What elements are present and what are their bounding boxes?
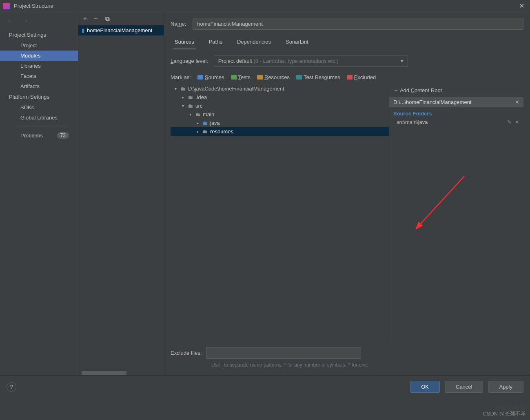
nav-artifacts[interactable]: Artifacts (0, 81, 78, 91)
folder-icon: ▮ (82, 27, 84, 33)
module-tabs: Sources Paths Dependencies SonarLint (171, 36, 523, 49)
section-project-settings: Project Settings (0, 29, 78, 40)
folder-icon: 🖿 (180, 86, 186, 92)
mark-excluded[interactable]: Excluded (347, 74, 376, 80)
tab-paths[interactable]: Paths (207, 36, 224, 49)
mark-sources[interactable]: Sources (197, 74, 224, 80)
language-level-value: Project default (218, 58, 252, 64)
sources-swatch-icon (197, 75, 203, 80)
divider (16, 126, 69, 126)
exclude-files-input[interactable] (206, 347, 361, 359)
remove-root-icon[interactable]: ✕ (515, 99, 519, 105)
exclude-hint: Use ; to separate name patterns, * for a… (171, 359, 523, 371)
source-folder-item[interactable]: src\main\java ✎✕ (389, 118, 523, 126)
tab-dependencies[interactable]: Dependencies (235, 36, 273, 49)
folder-icon: 🖿 (188, 94, 193, 100)
source-folders-header: Source Folders (389, 107, 523, 118)
mark-test-resources[interactable]: Test Resources (296, 74, 340, 80)
problems-count-badge: 73 (57, 132, 69, 139)
nav-problems[interactable]: Problems 73 (0, 130, 78, 141)
scrollbar-thumb[interactable] (82, 371, 126, 375)
scrollbar-horizontal[interactable] (78, 371, 164, 375)
nav-libraries[interactable]: Libraries (0, 61, 78, 71)
copy-module-icon[interactable]: ⧉ (105, 15, 110, 22)
folder-icon: 🖿 (188, 103, 193, 109)
left-sidebar: ← → Project Settings Project Modules Lib… (0, 12, 78, 375)
name-label: Name: (171, 21, 186, 27)
tree-idea[interactable]: ▸🖿.idea (171, 93, 389, 102)
problems-label: Problems (20, 133, 43, 139)
mark-tests[interactable]: Tests (231, 74, 251, 80)
source-tree[interactable]: ▾🖿D:\javaCode\homeFinancialManagement ▸🖿… (171, 84, 389, 343)
remove-icon[interactable]: ✕ (515, 119, 519, 125)
cancel-button[interactable]: Cancel (445, 381, 483, 393)
language-level-label: Language level: (171, 58, 208, 64)
folder-icon: 🖿 (195, 111, 200, 117)
titlebar: Project Structure ✕ (0, 0, 530, 12)
nav-project[interactable]: Project (0, 40, 78, 51)
tree-java[interactable]: ▸🖿java (171, 119, 389, 127)
add-content-root-button[interactable]: ＋ Add Content Root (389, 84, 523, 97)
ok-button[interactable]: OK (410, 381, 440, 393)
module-item[interactable]: ▮ homeFinancialManagement (78, 25, 164, 35)
edit-icon[interactable]: ✎ (507, 119, 512, 125)
watermark: 取词快译 我 CSDN @长颈不孝 (483, 410, 526, 418)
nav-facets[interactable]: Facets (0, 71, 78, 81)
mark-resources[interactable]: Resources (257, 74, 290, 80)
folder-icon: 🖿 (202, 128, 208, 135)
tests-swatch-icon (231, 75, 237, 80)
content-root-panel: ＋ Add Content Root D:\...\homeFinancialM… (389, 84, 523, 343)
tree-resources[interactable]: ▸🖿resources (171, 127, 389, 136)
language-level-dropdown[interactable]: Project default (8 - Lambdas, type annot… (214, 55, 408, 67)
nav-sdks[interactable]: SDKs (0, 102, 78, 113)
app-icon (3, 3, 10, 9)
nav-global-libraries[interactable]: Global Libraries (0, 113, 78, 123)
source-folder-path: src\main\java (397, 119, 428, 125)
tab-sonarlint[interactable]: SonarLint (284, 36, 310, 49)
module-name-input[interactable] (193, 18, 523, 30)
add-module-icon[interactable]: + (83, 15, 87, 22)
window-title: Project Structure (14, 3, 517, 9)
nav-modules[interactable]: Modules (0, 51, 78, 61)
modules-panel: + − ⧉ ▮ homeFinancialManagement (78, 12, 164, 375)
tree-src[interactable]: ▾🖿src (171, 102, 389, 110)
bottom-bar: ? OK Cancel Apply (0, 375, 530, 398)
folder-icon: 🖿 (202, 120, 208, 126)
nav-forward-icon[interactable]: → (22, 17, 29, 24)
close-icon[interactable]: ✕ (517, 2, 527, 10)
remove-module-icon[interactable]: − (94, 15, 98, 22)
modules-toolbar: + − ⧉ (78, 12, 164, 25)
tree-main[interactable]: ▾🖿main (171, 110, 389, 119)
nav-back-icon[interactable]: ← (7, 17, 14, 24)
exclude-files-label: Exclude files: (171, 350, 202, 356)
content-root-item[interactable]: D:\...\homeFinancialManagement ✕ (389, 97, 523, 107)
tab-sources[interactable]: Sources (173, 36, 196, 49)
module-detail-panel: Name: Sources Paths Dependencies SonarLi… (164, 12, 530, 375)
resources-swatch-icon (257, 75, 263, 80)
help-button[interactable]: ? (7, 382, 16, 392)
module-name: homeFinancialManagement (87, 27, 152, 33)
language-level-hint: (8 - Lambdas, type annotations etc.) (252, 58, 339, 64)
apply-button[interactable]: Apply (488, 381, 523, 393)
section-platform-settings: Platform Settings (0, 91, 78, 102)
mark-as-label: Mark as: (171, 74, 191, 80)
tree-root[interactable]: ▾🖿D:\javaCode\homeFinancialManagement (171, 84, 389, 93)
content-root-path: D:\...\homeFinancialManagement (393, 99, 471, 105)
excluded-swatch-icon (347, 75, 353, 80)
test-resources-swatch-icon (296, 75, 302, 80)
